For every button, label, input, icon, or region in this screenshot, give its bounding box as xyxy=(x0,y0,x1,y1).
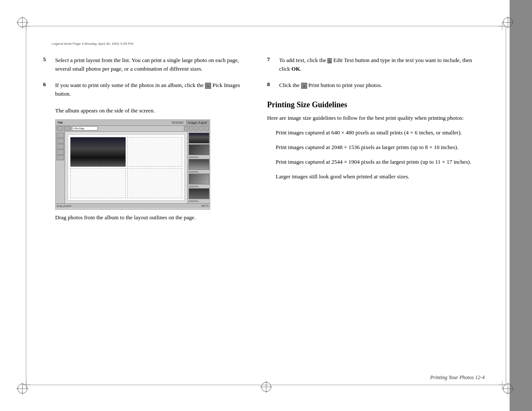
section-intro: Here are image size guidelines to follow… xyxy=(267,114,478,122)
step-8-text: Click the 🖨 Print button to print your p… xyxy=(279,81,478,90)
ss-dropdown: 4 Per Page xyxy=(72,126,98,131)
ss-tb-icon4 xyxy=(199,126,204,131)
ss-thumb-4 xyxy=(189,174,209,184)
ss-slot-4 xyxy=(127,168,183,198)
content-left: 5 Select a print layout from the list. Y… xyxy=(43,56,254,221)
ss-tools-panel xyxy=(56,132,65,203)
ss-tb-icon3 xyxy=(194,126,199,131)
ss-canvas xyxy=(65,132,187,203)
ss-thumb-label-2: GRAPHIC... xyxy=(189,156,209,158)
ss-tool-1 xyxy=(56,133,64,138)
crosshair-bl xyxy=(16,383,28,395)
edit-text-icon: A xyxy=(327,58,332,63)
pick-images-icon: PK xyxy=(205,83,211,89)
ss-slot-1 xyxy=(70,137,126,167)
step-6-number: 6 xyxy=(43,81,55,88)
guideline-2: Print images captured at 2048 × 1536 pix… xyxy=(276,143,478,152)
guideline-3: Print images captured at 2544 × 1904 pix… xyxy=(276,158,478,166)
step-6: 6 If you want to print only some of the … xyxy=(43,81,254,98)
step-7-text: To add text, click the A Edit Text butto… xyxy=(279,56,478,73)
ss-status-left: drag_photo0 xyxy=(57,205,72,207)
ss-thumb-3 xyxy=(189,159,209,170)
ss-slot-2 xyxy=(127,137,183,167)
ss-slot-3 xyxy=(70,168,126,198)
print-icon: 🖨 xyxy=(301,83,307,89)
ss-thumb-5 xyxy=(189,188,209,199)
step-6-text: If you want to print only some of the ph… xyxy=(55,81,254,98)
page-border-top xyxy=(26,26,506,26)
album-note: The album appears on the side of the scr… xyxy=(55,106,254,115)
ss-print-layout xyxy=(68,134,185,201)
step-5-number: 5 xyxy=(43,56,55,63)
screenshot-inner: Title 5532092 Images Export 4 Per Page xyxy=(56,120,210,209)
ss-thumb-label-5: GRAPHIC... xyxy=(189,200,209,202)
ss-tool-5 xyxy=(56,155,64,160)
step-8-number: 8 xyxy=(267,81,279,88)
ss-tb-btn2 xyxy=(64,126,71,131)
drag-caption: Drag photos from the album to the layout… xyxy=(55,213,254,222)
ss-status-right: 88774 xyxy=(201,205,208,207)
step-8: 8 Click the 🖨 Print button to print your… xyxy=(267,81,478,90)
crosshair-tl xyxy=(16,16,28,28)
ss-tool-3 xyxy=(56,144,64,149)
guideline-4: Larger images still look good when print… xyxy=(276,172,478,181)
ss-tool-2 xyxy=(56,138,64,143)
step-7: 7 To add text, click the A Edit Text but… xyxy=(267,56,478,73)
ss-tb-icon2 xyxy=(189,126,193,131)
ss-tb-icon5 xyxy=(205,126,209,131)
ss-images-panel-label: Images Export xyxy=(186,121,209,125)
sidebar xyxy=(510,0,532,411)
ss-thumb-1 xyxy=(189,133,209,143)
file-info: Legend.book Page 4 Monday, April 30, 200… xyxy=(52,42,133,46)
ss-statusbar: drag_photo0 88774 xyxy=(56,203,210,208)
step-7-number: 7 xyxy=(267,56,279,63)
ss-thumbnails-panel: GRAPHIC... GRAPHIC... GRAPHIC... GRAPHIC… xyxy=(187,132,210,203)
step-5: 5 Select a print layout from the list. Y… xyxy=(43,56,254,73)
footer-text: Printing Your Photos 12-4 xyxy=(430,374,485,381)
ss-thumb-label-3: GRAPHIC... xyxy=(189,171,209,173)
screenshot-image: Title 5532092 Images Export 4 Per Page xyxy=(55,119,210,210)
ss-thumb-label-4: GRAPHIC... xyxy=(189,185,209,187)
content-right: 7 To add text, click the A Edit Text but… xyxy=(267,56,478,187)
ss-thumb-2 xyxy=(189,144,209,155)
ss-menu-file: Title xyxy=(56,121,64,124)
ss-tb-btn1 xyxy=(56,126,63,131)
guideline-1: Print images captured at 640 × 480 pixel… xyxy=(276,128,478,137)
ss-tb-icon1 xyxy=(184,126,188,131)
page-border-right xyxy=(506,26,506,385)
crosshair-tr xyxy=(502,16,514,28)
ss-tool-4 xyxy=(56,149,64,155)
section-heading: Printing Size Guidelines xyxy=(267,100,478,110)
crosshair-center-bottom xyxy=(260,381,272,395)
crosshair-br xyxy=(502,383,514,395)
step-5-text: Select a print layout from the list. You… xyxy=(55,56,254,73)
page-border-left xyxy=(26,26,26,385)
ss-counter: 5532092 xyxy=(172,121,184,124)
